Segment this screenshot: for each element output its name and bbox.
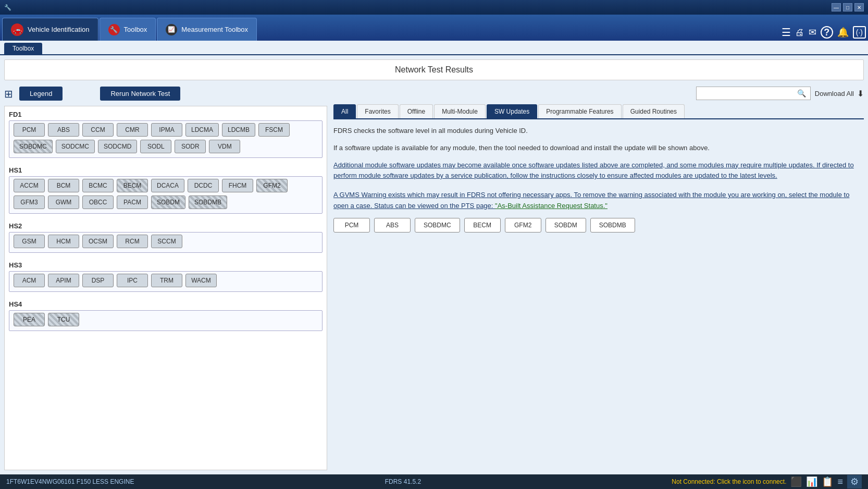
warning-text: A GVMS Warning exists which may result i…	[333, 190, 862, 212]
section-HS1: HS1 ACCM BCM BCMC BECM DCACA DCDC FHCM G…	[5, 162, 327, 214]
email-icon[interactable]: ✉	[809, 27, 816, 38]
module-DCACA[interactable]: DCACA	[151, 179, 184, 192]
tab-measurement-toolbox-label: Measurement Toolbox	[181, 26, 248, 33]
menu-lines-icon[interactable]: ≡	[837, 476, 843, 487]
rerun-network-test-button[interactable]: Rerun Network Test	[100, 87, 180, 101]
info-text-2: If a software update is available for an…	[333, 143, 862, 154]
module-CMR[interactable]: CMR	[117, 123, 148, 137]
network-scroll[interactable]: FD1 PCM ABS CCM CMR IPMA LDCMA LDCMB FSC…	[4, 106, 327, 470]
red-status-icon[interactable]: ⬛	[790, 476, 802, 487]
filter-tab-guided-routines[interactable]: Guided Routines	[623, 104, 685, 118]
module-ACCM[interactable]: ACCM	[14, 179, 45, 192]
warning-module-SOBDMC[interactable]: SOBDMC	[415, 218, 460, 233]
tab-bar: 🚗 Vehicle Identification 🔧 Toolbox 📈 Mea…	[0, 15, 868, 41]
filter-tab-programmable-features[interactable]: Programmable Features	[538, 104, 621, 118]
search-icon[interactable]: 🔍	[797, 89, 806, 97]
help-icon[interactable]: ?	[821, 26, 833, 39]
grid-view-icon[interactable]: ⊞	[4, 88, 13, 100]
hs4-module-grid: PEA TCU	[9, 310, 323, 331]
filter-tab-sw-updates[interactable]: SW Updates	[487, 104, 537, 118]
search-input[interactable]	[701, 90, 797, 97]
green-status-icon[interactable]: 📊	[806, 476, 817, 487]
module-ABS[interactable]: ABS	[48, 123, 79, 137]
module-SOBDM[interactable]: SOBDM	[151, 195, 185, 209]
module-GFM3[interactable]: GFM3	[14, 195, 45, 209]
module-SODCMD[interactable]: SODCMD	[98, 140, 137, 153]
module-FSCM[interactable]: FSCM	[258, 123, 290, 137]
module-ACM[interactable]: ACM	[14, 274, 45, 287]
module-SODL[interactable]: SODL	[140, 140, 171, 153]
module-PCM[interactable]: PCM	[14, 123, 45, 137]
module-DCDC[interactable]: DCDC	[188, 179, 219, 192]
notification-icon[interactable]: 🔔	[837, 27, 849, 38]
module-IPMA[interactable]: IPMA	[151, 123, 182, 137]
module-OBCC[interactable]: OBCC	[82, 195, 114, 209]
search-box[interactable]: 🔍	[696, 87, 811, 100]
module-GSM[interactable]: GSM	[14, 235, 45, 248]
settings-icon[interactable]: ⚙	[847, 475, 862, 488]
warning-module-GFM2[interactable]: GFM2	[505, 218, 541, 233]
filter-tab-multi-module[interactable]: Multi-Module	[434, 104, 486, 118]
module-BECM[interactable]: BECM	[117, 179, 148, 192]
close-button[interactable]: ✕	[854, 3, 864, 11]
legend-button[interactable]: Legend	[19, 87, 63, 101]
module-SOBDMB[interactable]: SOBDMB	[189, 195, 227, 209]
page-tab-toolbox[interactable]: Toolbox	[4, 43, 42, 54]
right-toolbar: 🔍 Download All ⬇	[333, 84, 864, 104]
module-TCU[interactable]: TCU	[48, 313, 79, 326]
hamburger-menu-icon[interactable]: ☰	[782, 26, 791, 39]
module-WACM[interactable]: WACM	[185, 274, 217, 287]
module-APIM[interactable]: APIM	[48, 274, 79, 287]
module-BCM[interactable]: BCM	[48, 179, 79, 192]
tab-toolbox[interactable]: 🔧 Toolbox	[100, 18, 156, 41]
filter-tabs: All Favorites Offline Multi-Module SW Up…	[333, 104, 864, 119]
download-all-button[interactable]: Download All ⬇	[815, 89, 864, 99]
module-LDCMB[interactable]: LDCMB	[222, 123, 255, 137]
module-GWM[interactable]: GWM	[48, 195, 79, 209]
module-FHCM[interactable]: FHCM	[222, 179, 253, 192]
module-SCCM[interactable]: SCCM	[151, 235, 182, 248]
title-bar-controls[interactable]: — □ ✕	[832, 3, 864, 11]
print-icon[interactable]: 🖨	[795, 27, 804, 38]
module-PEA[interactable]: PEA	[14, 313, 45, 326]
module-HCM[interactable]: HCM	[48, 235, 79, 248]
minimize-button[interactable]: —	[832, 3, 841, 11]
content-split: ⊞ Legend Rerun Network Test FD1 PCM ABS …	[0, 84, 868, 474]
module-SODCMC[interactable]: SODCMC	[56, 140, 95, 153]
pts-link[interactable]: "As-Built Assistance Request Status."	[495, 202, 607, 210]
filter-tab-offline[interactable]: Offline	[400, 104, 433, 118]
module-VDM[interactable]: VDM	[209, 140, 240, 153]
maximize-button[interactable]: □	[843, 3, 852, 11]
main-content: Network Test Results ⊞ Legend Rerun Netw…	[0, 55, 868, 474]
warning-module-SOBDMB[interactable]: SOBDMB	[590, 218, 635, 233]
app-icon: 🔧	[4, 4, 11, 11]
left-toolbar: ⊞ Legend Rerun Network Test	[4, 84, 327, 103]
filter-tab-favorites[interactable]: Favorites	[357, 104, 398, 118]
warning-module-PCM[interactable]: PCM	[333, 218, 370, 233]
warning-module-ABS[interactable]: ABS	[374, 218, 411, 233]
module-TRM[interactable]: TRM	[151, 274, 182, 287]
module-SODR[interactable]: SODR	[175, 140, 206, 153]
filter-tab-all[interactable]: All	[333, 104, 356, 118]
vehicle-info: 1FT6W1EV4NWG06161 F150 LESS ENGINE	[6, 478, 134, 485]
module-OCSM[interactable]: OCSM	[82, 235, 114, 248]
gvms-warning-link[interactable]: A GVMS Warning exists which may result i…	[333, 191, 849, 210]
module-DSP[interactable]: DSP	[82, 274, 114, 287]
warning-module-BECM[interactable]: BECM	[464, 218, 501, 233]
tab-vehicle-identification[interactable]: 🚗 Vehicle Identification	[2, 18, 98, 41]
section-hs2-label: HS2	[5, 218, 327, 232]
radio-icon[interactable]: (·)	[853, 26, 866, 39]
module-GFM2[interactable]: GFM2	[256, 179, 288, 192]
module-BCMC[interactable]: BCMC	[82, 179, 114, 192]
tab-measurement-toolbox[interactable]: 📈 Measurement Toolbox	[157, 18, 257, 41]
warning-module-SOBDM[interactable]: SOBDM	[545, 218, 586, 233]
module-IPC[interactable]: IPC	[117, 274, 148, 287]
module-CCM[interactable]: CCM	[82, 123, 114, 137]
module-LDCMA[interactable]: LDCMA	[185, 123, 219, 137]
module-RCM[interactable]: RCM	[117, 235, 148, 248]
module-PACM[interactable]: PACM	[117, 195, 148, 209]
module-SOBDMC[interactable]: SOBDMC	[14, 140, 53, 153]
additional-updates-link[interactable]: Additional module software updates may b…	[333, 160, 862, 182]
tab-toolbox-label: Toolbox	[124, 26, 147, 33]
docs-icon[interactable]: 📋	[822, 476, 833, 487]
